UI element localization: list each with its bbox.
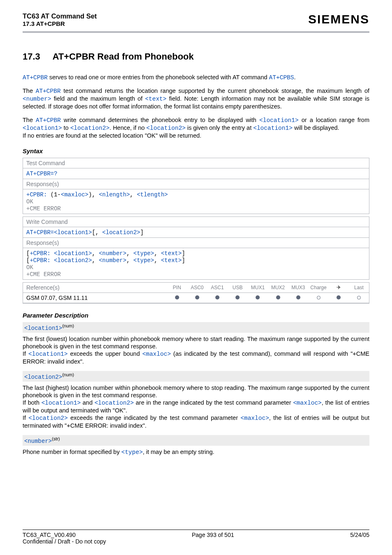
link-loc1-r[interactable]: <location1> — [54, 250, 92, 257]
link-loc1-p[interactable]: <location1> — [28, 351, 68, 357]
link-atcpbr[interactable]: AT+CPBR — [23, 74, 48, 81]
test-response: +CPBR: (1-<maxloc>), <nlength>, <tlength… — [23, 189, 369, 214]
parm-desc-heading: Parameter Description — [23, 312, 369, 319]
link-loc1[interactable]: <location1> — [259, 117, 299, 124]
link-atcpbs[interactable]: AT+CPBS — [269, 74, 294, 81]
dot-filled-icon — [195, 295, 199, 299]
footer-left: TC63_ATC_V00.490 — [23, 532, 76, 538]
col-mux2: MUX2 — [268, 283, 288, 292]
col-asc1: ASC1 — [207, 283, 227, 292]
dot-filled-icon — [296, 295, 300, 299]
dot-filled-icon — [276, 295, 280, 299]
reference-table: Reference(s) PIN ASC0 ASC1 USB MUX1 MUX2… — [23, 282, 369, 304]
parm-loc2-box: <location2>(num) — [23, 371, 369, 382]
write-command-label: Write Command — [23, 217, 369, 227]
link-loc2-w[interactable]: <location2> — [102, 229, 140, 236]
link-text[interactable]: <text> — [145, 96, 166, 102]
write-command-box: Write Command AT+CPBR=<location1>[, <loc… — [23, 216, 369, 280]
write-response: [+CPBR: <location1>, <number>, <type>, <… — [23, 248, 369, 280]
dot-filled-icon — [175, 295, 179, 299]
dot-open-icon — [317, 296, 321, 299]
link-maxloc[interactable]: <maxloc> — [61, 191, 88, 198]
col-airplane-icon: ✈ — [329, 283, 349, 292]
footer-right: 5/24/05 — [350, 532, 369, 538]
link-number[interactable]: <number> — [23, 96, 51, 102]
parm-number-desc: Phone number in format specified by <typ… — [23, 448, 369, 456]
write-command-text: AT+CPBR=<location1>[, <location2>] — [23, 227, 369, 238]
intro-p2: The AT+CPBR test command returns the loc… — [23, 87, 369, 110]
dot-filled-icon — [337, 295, 341, 299]
parm-loc2-desc: The last (highest) location number withi… — [23, 384, 369, 430]
link-loc2-b[interactable]: <location2> — [146, 125, 186, 131]
link-loc1-b[interactable]: <location1> — [23, 125, 62, 131]
dot-open-icon — [357, 296, 361, 299]
link-maxloc-p[interactable]: <maxloc> — [142, 351, 171, 357]
syntax-heading: Syntax — [23, 147, 369, 154]
parm-loc1-box: <location1>(num) — [23, 322, 369, 333]
parm-number-box: <number>(str) — [23, 435, 369, 446]
col-mux3: MUX3 — [288, 283, 308, 292]
link-loc2[interactable]: <location2> — [70, 125, 110, 131]
link-type-r[interactable]: <type> — [133, 250, 154, 257]
brand-logo: SIEMENS — [308, 12, 369, 26]
doc-subtitle: 17.3 AT+CPBR — [23, 20, 97, 27]
responses-label-2: Response(s) — [23, 238, 369, 248]
col-mux1: MUX1 — [248, 283, 268, 292]
page-footer: TC63_ATC_V00.490 Page 393 of 501 5/24/05… — [23, 530, 369, 545]
link-text-r[interactable]: <text> — [161, 250, 182, 257]
link-nlength[interactable]: <nlength> — [99, 191, 130, 198]
test-command-text: AT+CPBR=? — [26, 170, 58, 177]
dot-filled-icon — [256, 295, 260, 299]
link-atcpbr-3[interactable]: AT+CPBR — [36, 117, 61, 124]
test-command-label: Test Command — [23, 158, 369, 168]
link-tlength[interactable]: <tlength> — [137, 191, 168, 198]
link-maxloc-p2[interactable]: <maxloc> — [293, 400, 322, 406]
link-type-p[interactable]: <type> — [121, 449, 143, 456]
col-pin: PIN — [167, 283, 187, 292]
parm-loc1-desc: The first (lowest) location number withi… — [23, 335, 369, 366]
col-asc0: ASC0 — [187, 283, 207, 292]
responses-label-1: Response(s) — [23, 179, 369, 189]
link-loc1-c[interactable]: <location1> — [253, 125, 293, 131]
footer-confidential: Confidential / Draft - Do not copy — [23, 538, 369, 545]
intro-p1: AT+CPBR serves to read one or more entri… — [23, 74, 369, 81]
col-last: Last — [349, 283, 369, 292]
header-rule — [23, 31, 369, 33]
link-number-r[interactable]: <number> — [99, 250, 126, 257]
col-charge: Charge — [308, 283, 328, 292]
references-label: Reference(s) — [23, 283, 167, 292]
section-title: AT+CPBR Read from Phonebook — [53, 51, 194, 62]
dot-filled-icon — [235, 295, 240, 299]
link-atcpbr-2[interactable]: AT+CPBR — [36, 88, 61, 94]
doc-title: TC63 AT Command Set — [23, 12, 97, 20]
col-usb: USB — [228, 283, 248, 292]
references-value: GSM 07.07, GSM 11.11 — [23, 293, 167, 303]
link-loc2-r[interactable]: <location2> — [54, 257, 92, 264]
intro-p3: The AT+CPBR write command determines the… — [23, 116, 369, 139]
link-loc1-w[interactable]: <location1> — [54, 229, 92, 236]
footer-center: Page 393 of 501 — [192, 532, 234, 538]
test-command-box: Test Command AT+CPBR=? Response(s) +CPBR… — [23, 158, 369, 214]
section-number: 17.3 — [23, 51, 40, 62]
dot-filled-icon — [215, 295, 219, 299]
